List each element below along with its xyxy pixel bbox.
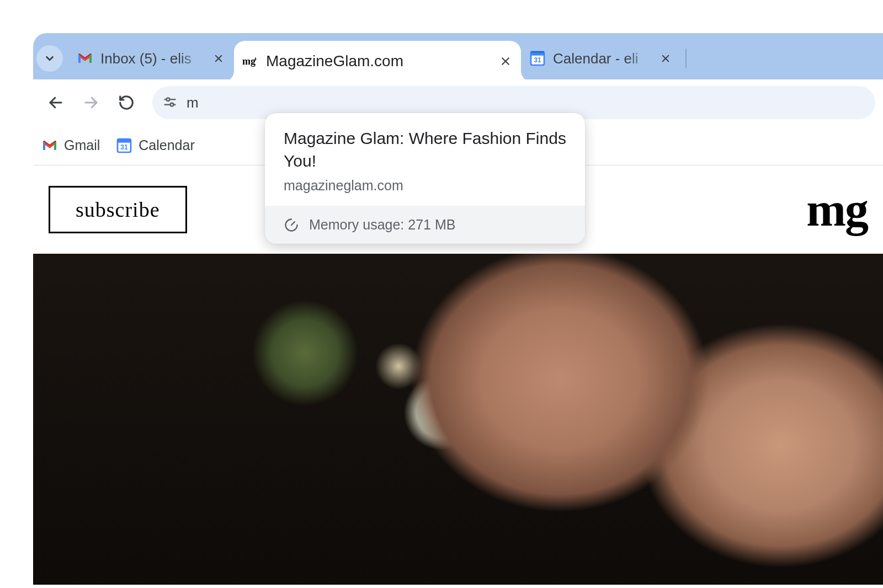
tab-hover-card: Magazine Glam: Where Fashion Finds You! …: [265, 113, 585, 244]
close-icon: [500, 56, 511, 67]
svg-text:31: 31: [534, 56, 541, 64]
subscribe-button[interactable]: subscribe: [49, 186, 187, 233]
tab-title: Calendar - eli: [553, 50, 651, 67]
tab-magazineglam[interactable]: mg MagazineGlam.com: [234, 41, 521, 82]
tab-close-button[interactable]: [498, 54, 513, 69]
hero-image: [33, 254, 883, 585]
calendar-icon: 31: [529, 50, 546, 67]
svg-point-15: [167, 98, 170, 101]
svg-text:31: 31: [121, 143, 129, 151]
gmail-icon: [76, 50, 94, 67]
tab-title: MagazineGlam.com: [266, 52, 491, 70]
hover-card-memory: Memory usage: 271 MB: [309, 217, 455, 233]
svg-point-17: [171, 103, 174, 106]
close-icon: [661, 54, 671, 63]
hover-card-domain: magazineglam.com: [284, 178, 566, 194]
tab-title: Inbox (5) - elis: [100, 50, 204, 67]
tab-close-button[interactable]: [211, 51, 226, 66]
forward-button[interactable]: [76, 88, 106, 117]
close-icon: [214, 54, 224, 63]
address-bar-text: m: [187, 94, 199, 111]
tab-close-button[interactable]: [658, 51, 673, 66]
bookmark-label: Gmail: [64, 137, 100, 153]
tab-inbox[interactable]: Inbox (5) - elis: [68, 41, 234, 76]
reload-button[interactable]: [111, 88, 141, 117]
reload-icon: [118, 94, 135, 111]
gauge-icon: [284, 217, 299, 233]
site-logo: mg: [806, 182, 868, 237]
bookmark-label: Calendar: [139, 137, 194, 153]
bookmark-calendar[interactable]: 31 Calendar: [115, 137, 194, 154]
gmail-icon: [41, 137, 58, 154]
chevron-down-icon: [44, 52, 56, 65]
tab-calendar[interactable]: 31 Calendar - eli: [521, 41, 681, 76]
tab-divider: [685, 49, 687, 68]
svg-rect-19: [118, 139, 131, 143]
arrow-right-icon: [83, 94, 99, 111]
arrow-left-icon: [47, 94, 64, 111]
back-button[interactable]: [41, 88, 71, 117]
bookmark-gmail[interactable]: Gmail: [41, 137, 100, 154]
hover-card-title: Magazine Glam: Where Fashion Finds You!: [284, 127, 566, 172]
tab-search-button[interactable]: [36, 45, 63, 72]
browser-window: Inbox (5) - elis mg MagazineGlam.com 31 …: [33, 33, 883, 588]
site-settings-icon[interactable]: [162, 94, 179, 111]
site-icon: mg: [242, 52, 259, 70]
svg-text:mg: mg: [242, 56, 256, 67]
calendar-icon: 31: [115, 137, 133, 154]
tab-strip: Inbox (5) - elis mg MagazineGlam.com 31 …: [33, 33, 883, 79]
